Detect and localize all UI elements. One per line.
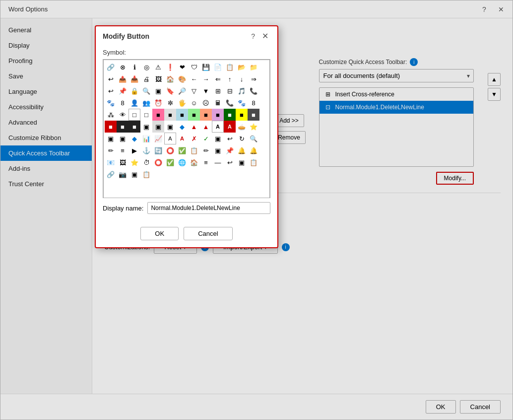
symbol-cell[interactable]: ⚠ — [152, 61, 164, 73]
symbol-cell[interactable]: — — [212, 156, 224, 168]
symbol-cell[interactable]: ↩ — [105, 73, 117, 85]
symbol-cell[interactable]: 🔖 — [164, 85, 176, 97]
symbol-cell[interactable]: ▣ — [212, 133, 224, 144]
symbol-cell[interactable]: ↻ — [236, 133, 248, 144]
symbol-cell[interactable]: 📥 — [128, 73, 140, 85]
symbol-cell[interactable]: 📋 — [224, 61, 236, 73]
symbol-cell[interactable]: 🖼 — [152, 73, 164, 85]
symbol-cell[interactable]: 🏠 — [188, 156, 200, 168]
symbol-cell[interactable]: □ — [128, 109, 140, 121]
symbol-cell[interactable]: ■ — [128, 121, 140, 133]
symbol-cell[interactable]: ≡ — [200, 156, 212, 168]
symbol-cell[interactable]: ❗ — [164, 61, 176, 73]
symbol-cell[interactable]: ⇐ — [212, 73, 224, 85]
symbol-cell[interactable]: ▣ — [212, 144, 224, 156]
symbol-cell[interactable]: ❤ — [176, 61, 188, 73]
symbol-cell[interactable]: ▲ — [200, 121, 212, 133]
symbol-cell[interactable]: 🔗 — [105, 61, 117, 73]
symbol-cell[interactable]: 👤 — [128, 97, 140, 109]
symbol-grid[interactable]: 🔗 ⊗ ℹ ◎ ⚠ ❗ ❤ 🛡 💾 📄 📋 📂 📁 ↩ — [103, 60, 270, 198]
symbol-cell[interactable]: 🔗 — [105, 168, 117, 180]
symbol-cell[interactable]: 📋 — [248, 156, 259, 168]
symbol-cell[interactable]: 🖨 — [140, 73, 152, 85]
symbol-cell[interactable]: 🔔 — [236, 144, 248, 156]
symbol-cell[interactable]: ↩ — [224, 133, 236, 144]
symbol-cell[interactable]: ■ — [176, 109, 188, 121]
symbol-cell[interactable]: 🐾 — [236, 97, 248, 109]
symbol-cell[interactable]: ⁂ — [105, 109, 117, 121]
symbol-cell[interactable]: 8 — [117, 97, 128, 109]
symbol-cell[interactable]: ⚓ — [140, 144, 152, 156]
symbol-cell[interactable]: ✏ — [105, 144, 117, 156]
symbol-cell[interactable]: 📷 — [117, 168, 128, 180]
symbol-cell[interactable]: 🔍 — [248, 133, 259, 144]
symbol-cell[interactable]: 🔍 — [140, 85, 152, 97]
symbol-cell[interactable]: 🔒 — [128, 85, 140, 97]
symbol-cell[interactable]: ☹ — [200, 97, 212, 109]
symbol-cell[interactable]: ■ — [224, 109, 236, 121]
symbol-cell[interactable]: ▣ — [117, 133, 128, 144]
symbol-cell[interactable]: ▣ — [128, 168, 140, 180]
modal-cancel-button[interactable]: Cancel — [184, 227, 232, 240]
symbol-cell[interactable]: ✅ — [164, 156, 176, 168]
symbol-cell[interactable]: 📌 — [117, 85, 128, 97]
symbol-cell[interactable]: ↩ — [224, 156, 236, 168]
symbol-cell[interactable]: ■ — [188, 109, 200, 121]
symbol-cell[interactable]: 🔔 — [248, 144, 259, 156]
symbol-cell[interactable]: 🖐 — [176, 97, 188, 109]
symbol-cell[interactable]: ▣ — [140, 121, 152, 133]
symbol-cell[interactable]: ■ — [248, 109, 259, 121]
symbol-cell[interactable]: A — [164, 133, 176, 144]
symbol-cell[interactable]: ⭐ — [248, 121, 259, 133]
symbol-cell[interactable]: 👥 — [140, 97, 152, 109]
symbol-cell[interactable]: 🎵 — [236, 85, 248, 97]
symbol-cell[interactable]: ↩ — [105, 85, 117, 97]
symbol-cell[interactable]: 📧 — [105, 156, 117, 168]
display-name-input[interactable] — [147, 202, 270, 214]
symbol-cell[interactable]: ■ — [117, 121, 128, 133]
symbol-cell[interactable]: 🏠 — [164, 73, 176, 85]
symbol-cell[interactable]: 🔎 — [176, 85, 188, 97]
symbol-cell[interactable]: ← — [188, 73, 200, 85]
symbol-cell[interactable]: ▣ — [152, 85, 164, 97]
symbol-cell[interactable]: 📈 — [152, 133, 164, 144]
symbol-cell[interactable]: 📌 — [224, 144, 236, 156]
symbol-cell[interactable]: 📊 — [140, 133, 152, 144]
symbol-cell[interactable]: → — [200, 73, 212, 85]
symbol-cell[interactable]: ▲ — [188, 121, 200, 133]
symbol-cell[interactable]: 📂 — [236, 61, 248, 73]
symbol-cell[interactable]: ▣ — [164, 121, 176, 133]
symbol-cell[interactable]: ✼ — [164, 97, 176, 109]
symbol-cell[interactable]: 📋 — [188, 144, 200, 156]
symbol-cell[interactable]: 🛡 — [188, 61, 200, 73]
symbol-cell[interactable]: ◆ — [128, 133, 140, 144]
symbol-cell[interactable]: ■ — [200, 109, 212, 121]
symbol-cell[interactable]: A — [176, 133, 188, 144]
symbol-cell[interactable]: ✓ — [200, 133, 212, 144]
symbol-cell[interactable]: 📞 — [248, 85, 259, 97]
symbol-cell[interactable]: ■ — [236, 109, 248, 121]
symbol-cell[interactable]: ⭐ — [128, 156, 140, 168]
symbol-cell[interactable]: 🔄 — [152, 144, 164, 156]
symbol-cell[interactable]: ⏰ — [152, 97, 164, 109]
symbol-cell[interactable]: ⇒ — [248, 73, 259, 85]
symbol-cell[interactable]: ↓ — [236, 73, 248, 85]
symbol-cell[interactable]: 🐾 — [105, 97, 117, 109]
symbol-cell[interactable]: 💾 — [200, 61, 212, 73]
symbol-cell[interactable]: ✅ — [176, 144, 188, 156]
symbol-cell[interactable]: ■ — [164, 109, 176, 121]
symbol-cell[interactable]: A — [224, 121, 236, 133]
symbol-cell[interactable]: ☺ — [188, 97, 200, 109]
symbol-cell[interactable]: □ — [140, 109, 152, 121]
symbol-cell[interactable]: 📋 — [140, 168, 152, 180]
symbol-cell[interactable]: ⭕ — [164, 144, 176, 156]
symbol-cell[interactable]: 🖼 — [117, 156, 128, 168]
symbol-cell[interactable]: 📄 — [212, 61, 224, 73]
symbol-cell[interactable]: ⊗ — [117, 61, 128, 73]
symbol-cell[interactable]: 📤 — [117, 73, 128, 85]
symbol-cell[interactable]: ▼ — [200, 85, 212, 97]
modal-help-button[interactable]: ? — [249, 31, 257, 41]
symbol-cell[interactable]: ℹ — [128, 61, 140, 73]
symbol-cell[interactable]: A — [212, 121, 224, 133]
symbol-cell[interactable]: ▣ — [105, 133, 117, 144]
